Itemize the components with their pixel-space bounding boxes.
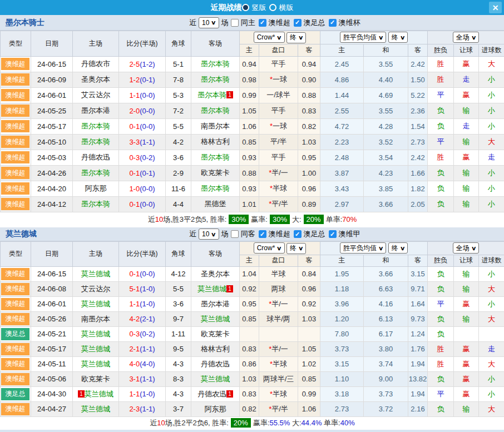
halftime-score: (0-2) — [140, 153, 155, 162]
corners-cell: 4-2 — [166, 134, 191, 150]
match-row: 澳维超24-06-09圣奥尔本1-2(0-1)7-8墨尔本骑0.98*一球0.9… — [1, 72, 504, 87]
home-odds-cell: 0.99 — [240, 87, 259, 103]
page-title: 近期战绩 — [211, 3, 242, 13]
halftime-score: (0-0) — [140, 91, 155, 100]
away-odds-cell: 1.06 — [298, 401, 320, 416]
select-value: 终 — [290, 33, 297, 42]
date-cell: 24-04-27 — [31, 401, 73, 416]
scope-group-header: 全场∨ — [428, 242, 504, 255]
date-cell: 24-05-25 — [31, 103, 73, 118]
games-label: 场 — [221, 18, 229, 28]
match-type-badge: 澳维超 — [1, 120, 29, 132]
handicap-cell: 两球 — [259, 281, 298, 296]
away-team-cell: 圣奥尔本 — [191, 266, 240, 281]
fulltime-score: 3-1 — [129, 375, 140, 383]
summary-segment: 大: — [290, 419, 301, 427]
league-label-2: 澳维甲 — [339, 229, 360, 239]
odds-final-select[interactable]: 终∨ — [286, 243, 306, 254]
summary-segment: 70% — [342, 215, 357, 224]
halftime-score: (0-2) — [140, 330, 155, 338]
away-team-cell: 墨尔本骑 — [191, 150, 240, 165]
league-checkbox-2[interactable]: ✓ — [329, 230, 337, 238]
col-header-corner: 角球 — [166, 31, 191, 57]
outcome-text: 赢 — [463, 91, 470, 99]
handicap-result-cell: 赢 — [454, 87, 479, 103]
match-type-badge: 澳维超 — [1, 298, 29, 310]
team-name: 圣奥尔本 — [201, 270, 230, 278]
away-team-cell: 欧克莱卡 — [191, 326, 240, 341]
col-header-away: 客场 — [191, 31, 240, 57]
handicap-result-cell: 赢 — [454, 356, 479, 371]
avg-type-select[interactable]: 胜平负均值∨ — [340, 242, 386, 254]
summary-segment: 44.4% — [302, 419, 322, 427]
scope-select[interactable]: 全场∨ — [453, 32, 479, 43]
corners-cell: 8-3 — [166, 371, 191, 386]
outcome-text: 小 — [488, 184, 495, 192]
away-odds-cell: 0.83 — [298, 103, 320, 118]
same-away-checkbox[interactable] — [231, 230, 239, 238]
filter-controls: 近 10∨ 场 同主 ✓澳维超 ✓澳足总 ✓澳维杯 — [189, 17, 362, 28]
fulltime-score: 1-1 — [129, 390, 140, 398]
away-odds-cell: 0.95 — [298, 150, 320, 165]
match-row: 澳维超24-05-26南墨尔本4-2(2-1)9-7莫兰德城0.85球半/两1.… — [1, 311, 504, 326]
league-checkbox-2[interactable]: ✓ — [329, 19, 337, 27]
home-team-cell: 莫兰德城 — [73, 326, 119, 341]
handicap-cell: 平手 — [259, 56, 298, 72]
handicap-text: 一球 — [273, 75, 287, 83]
league-checkbox-0[interactable]: ✓ — [259, 19, 266, 27]
outcome-text: 负 — [437, 405, 444, 413]
corners-cell: 4-12 — [166, 266, 191, 281]
odds-source-select[interactable]: Crow*∨ — [254, 242, 285, 254]
avg-type-select[interactable]: 胜平负均值∨ — [340, 32, 386, 43]
goals-cell: 大 — [479, 311, 504, 326]
outcome-text: 走 — [463, 122, 470, 130]
avg-draw-cell: 3.80 — [364, 341, 408, 356]
away-team-cell: 莫兰德城1 — [191, 281, 240, 296]
date-cell: 24-06-08 — [31, 281, 73, 296]
odds-group-header: Crow*∨ 终∨ — [240, 31, 320, 44]
outcome-text: 输 — [463, 200, 470, 208]
team-name: 莫兰德城 — [197, 285, 226, 293]
avg-final-select[interactable]: 终∨ — [388, 242, 408, 254]
team-name: 莫兰德城 — [85, 390, 113, 398]
sub-header-avg-draw: 和 — [364, 255, 408, 266]
outcome-text: 小 — [488, 300, 495, 308]
odds-group-header: Crow*∨ 终∨ — [240, 242, 320, 255]
summary-segment: 近 — [148, 215, 155, 224]
league-checkbox-0[interactable]: ✓ — [259, 230, 266, 238]
score-cell: 4-2(2-1) — [119, 311, 166, 326]
league-checkbox-1[interactable]: ✓ — [294, 230, 302, 238]
scope-select[interactable]: 全场∨ — [453, 242, 479, 254]
type-cell: 澳维超 — [1, 311, 31, 326]
avg-home-cell: 2.55 — [320, 103, 364, 118]
chevron-down-icon: ∨ — [378, 245, 384, 251]
avg-home-cell: 1.44 — [320, 87, 364, 103]
recent-count-select[interactable]: 10∨ — [199, 17, 219, 28]
match-row: 澳维超24-06-01莫兰德城1-1(1-0)3-6墨尔本港0.95*半/一0.… — [1, 296, 504, 311]
avg-away-cell: 2.05 — [408, 196, 428, 212]
outcome-text: 赢 — [463, 59, 470, 68]
avg-home-cell: 3.73 — [320, 341, 364, 356]
same-home-checkbox[interactable] — [231, 19, 239, 27]
recent-count-select[interactable]: 10∨ — [199, 229, 219, 240]
horizontal-view-label: 横版 — [279, 3, 294, 13]
radio-horizontal-view[interactable] — [269, 4, 276, 11]
sub-header-away-odds: 客 — [298, 44, 320, 56]
home-team-cell: 莫兰德城 — [73, 266, 119, 281]
result-cell: 负 — [428, 266, 454, 281]
outcome-text: 大 — [488, 285, 495, 293]
close-button[interactable]: ✕ — [489, 2, 502, 13]
league-checkbox-1[interactable]: ✓ — [294, 19, 302, 27]
score-cell: 5-1(1-0) — [119, 281, 166, 296]
avg-final-select[interactable]: 终∨ — [388, 32, 408, 43]
result-cell: 胜 — [428, 150, 454, 165]
event-badge: 1 — [226, 285, 233, 292]
home-team-cell: 圣奥尔本 — [73, 72, 119, 87]
odds-source-select[interactable]: Crow*∨ — [254, 32, 285, 43]
odds-final-select[interactable]: 终∨ — [286, 32, 306, 43]
team-name: 欧克莱卡 — [201, 168, 230, 177]
score-cell: 4-0(4-0) — [119, 356, 166, 371]
radio-vertical-view[interactable] — [242, 4, 249, 11]
date-cell: 24-05-10 — [31, 134, 73, 150]
summary-segment: 40% — [340, 419, 355, 427]
